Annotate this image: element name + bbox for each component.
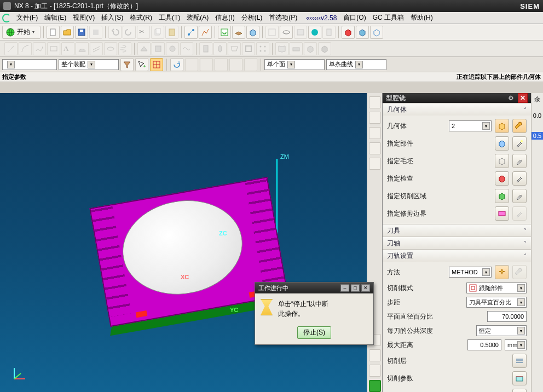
rb-icon-5[interactable]: [369, 158, 381, 170]
sk-sweep[interactable]: [104, 42, 117, 55]
dialog-minimize-button[interactable]: –: [340, 284, 349, 292]
tb-cube3[interactable]: [370, 26, 383, 39]
flt-d3[interactable]: [215, 58, 228, 71]
geometry-edit-button[interactable]: [512, 119, 527, 133]
rb-icon-7[interactable]: [369, 349, 381, 361]
specify-cutarea-display-button[interactable]: [512, 189, 527, 203]
tb-btn-g[interactable]: [294, 26, 307, 39]
rb-icon-1[interactable]: [369, 96, 381, 108]
geometry-combo[interactable]: 2 ▾: [449, 120, 492, 131]
menu-help[interactable]: 帮助(H): [407, 12, 436, 24]
cutmode-combo[interactable]: 跟随部件 ▾: [466, 283, 527, 293]
open-button[interactable]: [61, 26, 74, 39]
undo-button[interactable]: [108, 26, 122, 39]
menu-window[interactable]: 窗口(O): [340, 12, 369, 24]
rb-icon-check[interactable]: [369, 380, 381, 392]
flt-btn-2[interactable]: [135, 58, 148, 71]
noncut-button[interactable]: [512, 389, 527, 392]
cut-button[interactable]: ✂: [137, 26, 150, 39]
menu-edit[interactable]: 编辑(E): [41, 12, 70, 24]
commondepth-combo[interactable]: 恒定 ▾: [476, 325, 527, 336]
cutparam-button[interactable]: [512, 371, 527, 385]
section-axis-header[interactable]: 刀轴 ˅: [383, 237, 531, 249]
specify-part-button[interactable]: [495, 136, 509, 151]
rb-icon-3[interactable]: [369, 127, 381, 139]
sk-region[interactable]: [76, 42, 89, 55]
menu-file[interactable]: 文件(F): [13, 12, 41, 24]
geometry-new-button[interactable]: [495, 119, 509, 133]
specify-blank-display-button[interactable]: [512, 154, 527, 168]
sk-arc[interactable]: [19, 42, 32, 55]
menu-info[interactable]: 信息(I): [212, 12, 238, 24]
section-path-header[interactable]: 刀轨设置 ˄: [383, 250, 531, 262]
tb-btn-a[interactable]: [184, 26, 198, 39]
paste-button[interactable]: [165, 26, 178, 39]
graphics-viewport[interactable]: ZM XC YC ZC YM: [0, 93, 367, 392]
menu-assembly[interactable]: 装配(A): [183, 12, 212, 24]
rb-icon-2[interactable]: [369, 112, 381, 124]
menu-format[interactable]: 格式(R): [126, 12, 155, 24]
sk-sheet[interactable]: [290, 42, 303, 55]
menu-analyze[interactable]: 分析(L): [238, 12, 266, 24]
tb-cube2[interactable]: [356, 26, 369, 39]
tb-btn-b[interactable]: [199, 26, 212, 39]
flt-d4[interactable]: [229, 58, 242, 71]
tb-btn-e[interactable]: [265, 26, 279, 39]
method-new-button[interactable]: [495, 265, 509, 279]
menu-prefs[interactable]: 首选项(P): [265, 12, 301, 24]
tb-btn-h[interactable]: [308, 26, 321, 39]
tb-btn-c[interactable]: [232, 26, 245, 39]
sk-ext3[interactable]: [228, 42, 241, 55]
type-filter-combo[interactable]: ▾: [2, 59, 57, 70]
section-tool-header[interactable]: 刀具 ˅: [383, 224, 531, 237]
sk-solid2[interactable]: [318, 42, 331, 55]
flt-d1[interactable]: [185, 58, 198, 71]
flt-btn-snap[interactable]: [150, 58, 163, 71]
sk-rect[interactable]: [47, 42, 60, 55]
dialog-titlebar[interactable]: 工作进行中 – □ ✕: [255, 283, 373, 293]
stop-button[interactable]: 停止(S): [297, 326, 331, 339]
flt-rotate[interactable]: [170, 58, 183, 71]
sk-face2[interactable]: [152, 42, 165, 55]
sk-ext2[interactable]: [213, 42, 227, 55]
specify-part-display-button[interactable]: [512, 136, 527, 151]
menu-view[interactable]: 视图(V): [70, 12, 98, 24]
save-button[interactable]: [75, 26, 88, 39]
menu-gctoolbox[interactable]: GC 工具箱: [369, 12, 407, 24]
tb-btn-i[interactable]: [322, 26, 336, 39]
flatpct-input[interactable]: [487, 311, 527, 322]
saveall-button[interactable]: [89, 26, 102, 39]
maxdist-input[interactable]: [467, 339, 501, 350]
stepover-combo[interactable]: 刀具平直百分比 ▾: [466, 297, 527, 308]
sk-line[interactable]: [4, 42, 18, 55]
tb-cube1[interactable]: [342, 26, 355, 39]
specify-check-button[interactable]: [495, 171, 509, 186]
start-button[interactable]: 开始 ▾: [2, 26, 41, 39]
menu-version[interactable]: «‹‹‹‹‹v2.58: [303, 12, 340, 24]
gear-icon[interactable]: ⚙: [506, 93, 516, 103]
specify-cutarea-button[interactable]: [495, 189, 509, 203]
sk-spline[interactable]: [33, 42, 46, 55]
dialog-maximize-button[interactable]: □: [351, 284, 360, 292]
sk-solid1[interactable]: [304, 42, 317, 55]
sk-face4[interactable]: [180, 42, 193, 55]
tb-btn-f[interactable]: [280, 26, 293, 39]
specify-check-display-button[interactable]: [512, 171, 527, 186]
dialog-close-button[interactable]: ✕: [361, 284, 370, 292]
refresh-button[interactable]: [218, 26, 231, 39]
sk-ext4[interactable]: [242, 42, 255, 55]
flt-d2[interactable]: [200, 58, 213, 71]
menu-insert[interactable]: 插入(S): [98, 12, 126, 24]
section-geometry-header[interactable]: 几何体 ˄: [383, 103, 531, 116]
specify-blank-button[interactable]: [495, 154, 509, 168]
face-filter-combo[interactable]: 单个面 ▾: [264, 59, 325, 70]
assembly-filter-combo[interactable]: 整个装配 ▾: [59, 59, 119, 70]
sk-ext5[interactable]: [256, 42, 269, 55]
sk-helix[interactable]: [118, 42, 131, 55]
close-button[interactable]: ✕: [518, 93, 528, 103]
sk-face1[interactable]: [137, 42, 151, 55]
menu-tools[interactable]: 工具(T): [155, 12, 183, 24]
maxdist-unit-combo[interactable]: mm ▾: [505, 339, 527, 350]
far-v2-selected[interactable]: 0.5: [532, 132, 543, 140]
sk-ext1[interactable]: [199, 42, 212, 55]
